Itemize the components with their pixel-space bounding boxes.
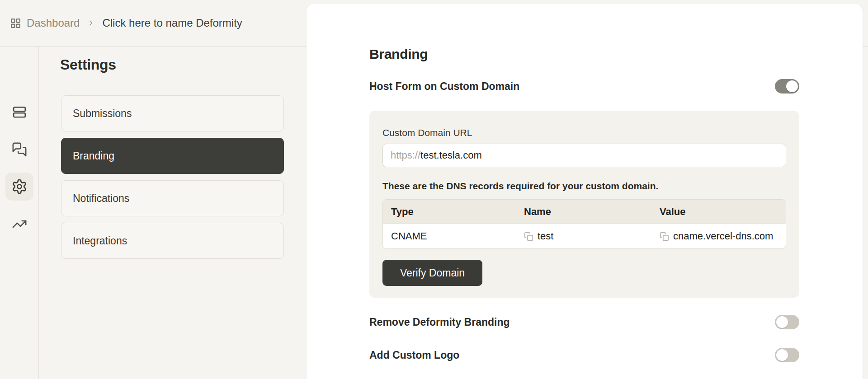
url-value: test.tesla.com [420, 150, 482, 161]
breadcrumb-dashboard-link[interactable]: Dashboard [27, 17, 80, 29]
host-custom-domain-label: Host Form on Custom Domain [369, 80, 519, 93]
dns-header-value: Value [651, 206, 786, 218]
settings-nav-item-integrations[interactable]: Integrations [61, 223, 284, 259]
dashboard-grid-icon[interactable] [10, 18, 21, 29]
custom-domain-input[interactable]: https://test.tesla.com [382, 144, 786, 167]
toggle-knob [776, 349, 788, 361]
dns-table-header-row: Type Name Value [383, 200, 786, 224]
remove-branding-toggle[interactable] [775, 315, 799, 329]
settings-panel-title: Settings [60, 56, 116, 73]
url-scheme-prefix: https:// [391, 150, 420, 161]
page-title: Branding [369, 47, 428, 62]
form-name-field[interactable]: Click here to name Deformity [102, 17, 242, 29]
settings-nav-item-notifications[interactable]: Notifications [61, 180, 284, 216]
dns-record-type: CNAME [383, 230, 516, 242]
form-builder-nav-rows-icon[interactable] [11, 103, 28, 121]
branding-settings-card: Branding Host Form on Custom Domain Cust… [307, 4, 863, 379]
host-custom-domain-toggle[interactable] [775, 79, 799, 94]
dns-record-value: cname.vercel-dns.com [673, 230, 773, 242]
dns-table-row: CNAME test cname.vercel-dns [383, 224, 786, 248]
host-custom-domain-row: Host Form on Custom Domain [369, 78, 799, 94]
remove-branding-label: Remove Deformity Branding [369, 316, 510, 328]
copy-icon[interactable] [524, 232, 533, 241]
conversations-nav-chat-icon[interactable] [11, 141, 28, 158]
add-custom-logo-row: Add Custom Logo [369, 347, 799, 363]
chevron-right-icon [87, 19, 95, 27]
analytics-nav-trending-up-icon[interactable] [11, 215, 28, 233]
custom-domain-section: Custom Domain URL https://test.tesla.com… [369, 111, 799, 298]
settings-nav-list: Submissions Branding Notifications Integ… [61, 95, 284, 265]
dns-record-value-cell: cname.vercel-dns.com [651, 230, 786, 242]
icon-rail [0, 47, 39, 379]
dns-records-table: Type Name Value CNAME test [382, 199, 786, 249]
settings-nav-item-submissions[interactable]: Submissions [61, 95, 284, 131]
add-custom-logo-toggle[interactable] [775, 348, 799, 362]
dns-record-name-cell: test [516, 230, 651, 242]
custom-domain-url-label: Custom Domain URL [382, 127, 786, 138]
dns-header-type: Type [383, 206, 516, 218]
verify-domain-button[interactable]: Verify Domain [382, 260, 482, 286]
toggle-knob [786, 80, 798, 92]
settings-nav-gear-icon[interactable] [5, 173, 33, 201]
add-custom-logo-label: Add Custom Logo [369, 349, 459, 361]
remove-branding-row: Remove Deformity Branding [369, 314, 799, 330]
dns-records-note: These are the DNS records required for y… [382, 181, 786, 192]
copy-icon[interactable] [660, 232, 669, 241]
dns-record-name: test [538, 230, 553, 242]
settings-nav-item-branding[interactable]: Branding [61, 138, 284, 174]
toggle-knob [776, 316, 788, 328]
dns-header-name: Name [516, 206, 651, 218]
